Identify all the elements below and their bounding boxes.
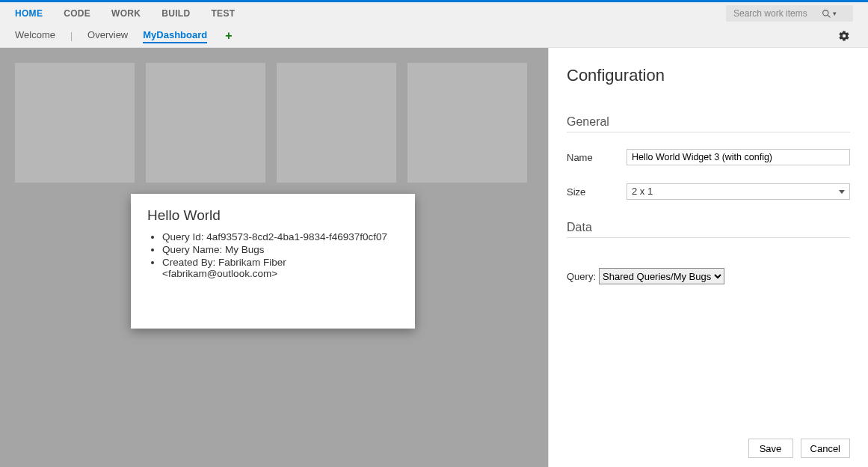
plus-icon: + [225,29,232,42]
search-icon[interactable] [822,9,831,19]
section-general: General [567,115,850,132]
name-label: Name [567,152,627,163]
search-input[interactable] [732,7,822,19]
main-nav-work[interactable]: WORK [111,8,141,19]
dashboard-tile-placeholder[interactable] [407,63,527,183]
size-row: Size 2 x 1 [567,183,850,200]
name-row: Name [567,149,850,165]
size-label: Size [567,186,627,198]
sub-nav-mydashboard[interactable]: MyDashboard [143,29,207,43]
navbar-secondary-row: Welcome | Overview MyDashboard + [0,25,868,47]
sub-nav-welcome[interactable]: Welcome [15,29,55,43]
main-nav-code[interactable]: CODE [64,8,90,19]
add-tab-button[interactable]: + [222,29,235,43]
navbar-primary-row: HOME CODE WORK BUILD TEST ▾ [0,2,868,25]
widget-query-id: Query Id: 4af93573-8cd2-4ba1-9834-f46937… [162,231,398,242]
widget-created-by: Created By: Fabrikam Fiber <fabrikam@out… [162,257,398,279]
query-row: Query: Shared Queries/My Bugs [567,268,850,284]
main-nav-home[interactable]: HOME [15,8,43,19]
configuration-panel: Configuration General Name Size 2 x 1 Da… [548,48,868,467]
svg-line-1 [828,15,830,17]
query-label: Query: [567,271,596,282]
created-by-label: Created By: [162,257,215,268]
search-dropdown-caret-icon[interactable]: ▾ [833,10,837,17]
widget-details-list: Query Id: 4af93573-8cd2-4ba1-9834-f46937… [147,231,398,279]
query-name-value: My Bugs [225,244,265,255]
main-nav-build[interactable]: BUILD [161,8,190,19]
app-window: HOME CODE WORK BUILD TEST ▾ Welcome | Ov… [0,0,868,467]
query-name-label: Query Name: [162,244,222,255]
hello-world-widget[interactable]: Hello World Query Id: 4af93573-8cd2-4ba1… [131,194,415,329]
configuration-footer: Save Cancel [567,433,850,458]
configuration-title: Configuration [567,66,850,85]
cancel-button[interactable]: Cancel [801,439,850,458]
dashboard-tile-placeholder[interactable] [15,63,135,183]
widget-title: Hello World [147,207,398,224]
main-nav: HOME CODE WORK BUILD TEST [15,8,235,19]
gear-icon [838,30,850,42]
main-nav-test[interactable]: TEST [211,8,235,19]
dashboard-tile-placeholder[interactable] [277,63,396,183]
dashboard-tile-placeholder[interactable] [146,63,265,183]
sub-nav: Welcome | Overview MyDashboard + [15,29,236,43]
size-select[interactable]: 2 x 1 [627,183,850,200]
dashboard-canvas: Hello World Query Id: 4af93573-8cd2-4ba1… [0,48,548,467]
name-input[interactable] [627,149,850,165]
dashboard-tile-row [15,63,527,183]
sub-nav-overview[interactable]: Overview [87,29,128,43]
svg-point-0 [823,10,828,15]
navbar: HOME CODE WORK BUILD TEST ▾ Welcome | Ov… [0,2,868,48]
query-select[interactable]: Shared Queries/My Bugs [599,268,724,284]
settings-button[interactable] [838,30,853,42]
save-button[interactable]: Save [748,439,793,458]
content-area: Hello World Query Id: 4af93573-8cd2-4ba1… [0,48,868,467]
widget-query-name: Query Name: My Bugs [162,244,398,255]
query-id-label: Query Id: [162,231,204,242]
section-data: Data [567,221,850,238]
search-box[interactable]: ▾ [726,5,853,22]
query-id-value: 4af93573-8cd2-4ba1-9834-f46937f0cf07 [206,231,387,242]
sub-nav-separator: | [70,31,73,41]
